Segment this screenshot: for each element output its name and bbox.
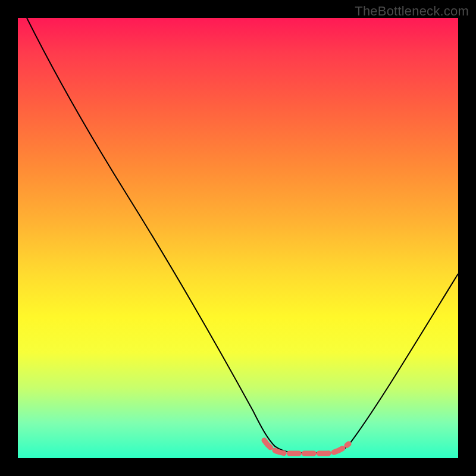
- bottleneck-curve: [27, 18, 458, 453]
- optimal-range-marker: [264, 440, 349, 453]
- chart-svg: [18, 18, 458, 458]
- chart-plot-area: [18, 18, 458, 458]
- watermark-text: TheBottleneck.com: [355, 4, 469, 19]
- chart-frame: TheBottleneck.com: [0, 0, 476, 476]
